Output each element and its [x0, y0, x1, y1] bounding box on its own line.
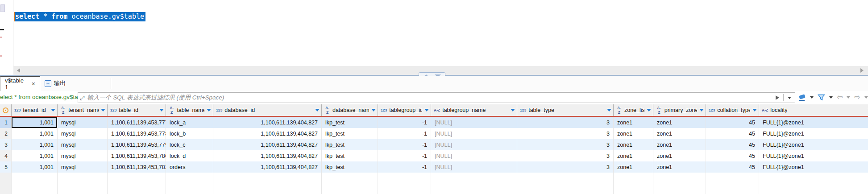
cell-tablegroup_name[interactable]: [NULL]	[431, 161, 517, 173]
cell-tablegroup_name[interactable]: [NULL]	[431, 139, 517, 150]
cell-collation_type[interactable]: 45	[706, 116, 759, 128]
cell-primary_zone[interactable]: zone1	[653, 139, 706, 150]
cell-empty[interactable]	[517, 184, 614, 194]
apply-filter-icon[interactable]	[776, 95, 779, 100]
cell-zone_list[interactable]: zone1	[614, 128, 653, 139]
cell-zone_list[interactable]: zone1	[614, 116, 653, 128]
cell-tablegroup_id[interactable]: -1	[378, 161, 431, 173]
row-number[interactable]: 5	[0, 161, 12, 173]
cell-table_id[interactable]: 1,100,611,139,453,780	[108, 150, 166, 161]
cell-empty[interactable]	[614, 184, 653, 194]
cell-empty[interactable]	[58, 173, 108, 184]
cell-table_type[interactable]: 3	[517, 139, 614, 150]
cell-tenant_id[interactable]: 1,001	[12, 128, 58, 139]
table-row[interactable]: 41,001mysql1,100,611,139,453,780lock_d1,…	[0, 150, 868, 161]
column-header-tenant_id[interactable]: 123tenant_id	[12, 104, 58, 116]
cell-table_id[interactable]: 1,100,611,139,453,778	[108, 128, 166, 139]
row-number[interactable]: 1	[0, 116, 12, 128]
column-filter-arrow-icon[interactable]	[511, 109, 515, 111]
cell-empty[interactable]	[166, 184, 213, 194]
expand-filter-icon[interactable]: ⤢	[80, 95, 84, 101]
cell-tenant_name[interactable]: mysql	[58, 161, 108, 173]
cell-empty[interactable]	[517, 173, 614, 184]
cell-table_name[interactable]: lock_d	[166, 150, 213, 161]
cell-tenant_name[interactable]: mysql	[58, 150, 108, 161]
cell-tablegroup_name[interactable]: [NULL]	[431, 150, 517, 161]
table-row[interactable]: 31,001mysql1,100,611,139,453,779lock_c1,…	[0, 139, 868, 150]
cell-tenant_id[interactable]: 1,001	[12, 139, 58, 150]
cell-empty[interactable]	[706, 173, 759, 184]
column-filter-arrow-icon[interactable]	[647, 109, 651, 111]
cell-primary_zone[interactable]: zone1	[653, 116, 706, 128]
cell-empty[interactable]	[759, 184, 868, 194]
column-filter-arrow-icon[interactable]	[424, 109, 429, 111]
cell-empty[interactable]	[653, 173, 706, 184]
cell-database_name[interactable]: lkp_test	[322, 150, 378, 161]
cell-empty[interactable]	[614, 173, 653, 184]
filter-history-dropdown-icon[interactable]	[788, 97, 791, 99]
cell-database_id[interactable]: 1,100,611,139,404,827	[213, 161, 322, 173]
cell-tablegroup_id[interactable]: -1	[378, 150, 431, 161]
cell-table_type[interactable]: 3	[517, 128, 614, 139]
row-number[interactable]: 2	[0, 128, 12, 139]
cell-table_type[interactable]: 3	[517, 161, 614, 173]
column-filter-arrow-icon[interactable]	[699, 109, 704, 111]
cell-database_id[interactable]: 1,100,611,139,404,827	[213, 128, 322, 139]
column-header-primary_zone[interactable]: A-Zprimary_zone	[653, 104, 706, 116]
scroll-left-icon[interactable]	[17, 68, 20, 73]
cell-database_id[interactable]: 1,100,611,139,404,827	[213, 150, 322, 161]
sql-editor[interactable]: select * from oceanbase.gv$table	[0, 0, 868, 66]
back-dropdown-icon[interactable]	[847, 96, 850, 99]
tab-result-gvtable[interactable]: v$table 1 ×	[0, 76, 40, 91]
close-icon[interactable]: ×	[32, 81, 35, 87]
cell-database_name[interactable]: lkp_test	[322, 116, 378, 128]
table-row[interactable]: 21,001mysql1,100,611,139,453,778lock_b1,…	[0, 128, 868, 139]
cell-tenant_name[interactable]: mysql	[58, 128, 108, 139]
cell-database_id[interactable]: 1,100,611,139,404,827	[213, 139, 322, 150]
cell-zone_list[interactable]: zone1	[614, 139, 653, 150]
filter-expression-input[interactable]: ⤢ 输入一个 SQL 表达式来过滤结果 (使用 Ctrl+Space)	[78, 92, 795, 103]
forward-dropdown-icon[interactable]	[864, 96, 868, 99]
cell-database_name[interactable]: lkp_test	[322, 139, 378, 150]
cell-tablegroup_name[interactable]: [NULL]	[431, 128, 517, 139]
cell-empty[interactable]	[12, 184, 58, 194]
cell-database_id[interactable]: 1,100,611,139,404,827	[213, 116, 322, 128]
cell-empty[interactable]	[431, 173, 517, 184]
cell-primary_zone[interactable]: zone1	[653, 128, 706, 139]
column-filter-arrow-icon[interactable]	[51, 109, 55, 111]
cell-zone_list[interactable]: zone1	[614, 150, 653, 161]
cell-table_name[interactable]: lock_a	[166, 116, 213, 128]
column-header-database_name[interactable]: A-Zdatabase_name	[322, 104, 378, 116]
sql-statement-line[interactable]: select * from oceanbase.gv$table	[14, 12, 145, 21]
cell-empty[interactable]	[108, 173, 166, 184]
column-header-tenant_name[interactable]: A-Ztenant_name	[58, 104, 108, 116]
erase-dropdown-icon[interactable]	[810, 96, 814, 99]
cell-empty[interactable]	[431, 184, 517, 194]
grid-corner-cell[interactable]	[0, 104, 12, 116]
cell-empty[interactable]	[378, 173, 431, 184]
cell-tenant_id[interactable]: 1,001	[12, 161, 58, 173]
column-filter-arrow-icon[interactable]	[207, 109, 211, 111]
cell-tablegroup_id[interactable]: -1	[378, 116, 431, 128]
cell-tablegroup_name[interactable]: [NULL]	[431, 116, 517, 128]
column-header-table_id[interactable]: 123table_id	[108, 104, 166, 116]
cell-locality[interactable]: FULL{1}@zone1	[759, 161, 868, 173]
cell-collation_type[interactable]: 45	[706, 128, 759, 139]
cell-empty[interactable]	[322, 173, 378, 184]
cell-table_type[interactable]: 3	[517, 150, 614, 161]
cell-table_name[interactable]: lock_c	[166, 139, 213, 150]
column-header-tablegroup_name[interactable]: A-Ztablegroup_name	[431, 104, 517, 116]
column-filter-arrow-icon[interactable]	[315, 109, 320, 111]
cell-empty[interactable]	[166, 173, 213, 184]
cell-empty[interactable]	[322, 184, 378, 194]
cell-empty[interactable]	[706, 184, 759, 194]
cell-table_id[interactable]: 1,100,611,139,453,779	[108, 139, 166, 150]
cell-primary_zone[interactable]: zone1	[653, 150, 706, 161]
cell-table_type[interactable]: 3	[517, 116, 614, 128]
cell-database_name[interactable]: lkp_test	[322, 161, 378, 173]
column-header-tablegroup_id[interactable]: 123tablegroup_id	[378, 104, 431, 116]
cell-locality[interactable]: FULL{1}@zone1	[759, 128, 868, 139]
cell-empty[interactable]	[378, 184, 431, 194]
cell-locality[interactable]: FULL{1}@zone1	[759, 139, 868, 150]
column-filter-arrow-icon[interactable]	[752, 109, 757, 111]
